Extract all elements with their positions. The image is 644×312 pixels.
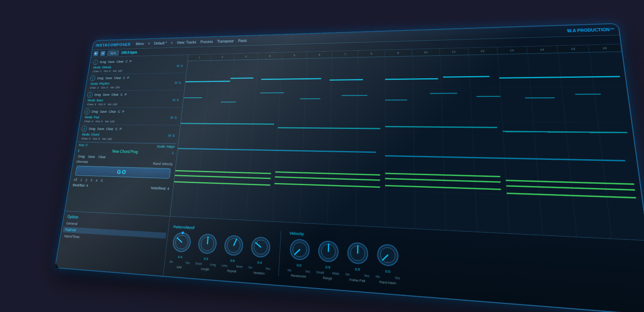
velocity-knobs: 0.0 No Yes Randomize: [287, 237, 400, 285]
pattern-label: Pattern/Motif: [173, 225, 195, 230]
save-btn-5[interactable]: Save: [97, 127, 104, 131]
mute-btn-4[interactable]: M: [170, 116, 173, 119]
paste-btn-5[interactable]: P: [119, 127, 122, 131]
paste-btn-2[interactable]: P: [127, 76, 129, 79]
midi-note: [525, 97, 555, 98]
range-knob[interactable]: [316, 239, 340, 264]
all-label[interactable]: All: [73, 178, 77, 181]
clear-btn-2[interactable]: Clear: [114, 76, 121, 80]
l-button[interactable]: L: [172, 151, 174, 154]
randomize-knob[interactable]: [288, 237, 311, 262]
add-label: Add: [176, 265, 181, 269]
solo-btn-5[interactable]: S: [172, 134, 175, 137]
stop-button[interactable]: ■: [100, 51, 106, 55]
save-btn-3[interactable]: Save: [102, 93, 110, 96]
mute-btn-1[interactable]: M: [176, 64, 179, 68]
chord-drag-btn[interactable]: Drag: [78, 154, 85, 158]
paste-btn-3[interactable]: P: [124, 93, 127, 96]
solo-btn-2[interactable]: S: [178, 81, 181, 85]
menu-arrow-left[interactable]: <: [148, 42, 150, 45]
length-knob[interactable]: [196, 232, 218, 256]
solo-btn-1[interactable]: S: [180, 64, 183, 68]
track-sel-2[interactable]: 2: [85, 178, 87, 182]
follow-patt-label: Follow Patt: [349, 278, 365, 282]
view-tracks[interactable]: View: Tracks: [176, 40, 196, 45]
mute-btn-5[interactable]: M: [168, 134, 171, 137]
randomize-yes: Yes: [305, 270, 310, 273]
key-label[interactable]: Key: C: [78, 143, 88, 147]
randomize-knob-group: 0.0 No Yes Randomize: [287, 237, 311, 278]
track-mode-2: Mode: Rhythm: [90, 82, 110, 86]
save-btn-1[interactable]: Save: [108, 60, 115, 63]
follow-patt-knob[interactable]: [345, 240, 369, 266]
track-sel-4[interactable]: 4: [95, 178, 98, 182]
drag-btn-3[interactable]: Drag: [94, 93, 101, 96]
drag-btn-1[interactable]: Drag: [99, 60, 106, 64]
add-knob[interactable]: [170, 230, 193, 254]
track-params-4: Chan: 4 Oct: 0 Vel: 100: [82, 119, 178, 124]
chord-clear-btn[interactable]: Clear: [98, 155, 106, 159]
add-knob-svg: [170, 230, 193, 254]
sync-button[interactable]: Sync: [107, 50, 119, 55]
save-btn-2[interactable]: Save: [105, 76, 112, 79]
variation-yes: Yes: [265, 267, 270, 270]
menu-arrow-right[interactable]: >: [170, 41, 173, 45]
go-button[interactable]: GO: [75, 166, 170, 178]
variation-knob[interactable]: [249, 235, 272, 260]
range-knob-value: 0.5: [325, 265, 330, 270]
save-btn-4[interactable]: Save: [100, 110, 107, 114]
note-beat[interactable]: Note/Beat: 4: [151, 186, 169, 191]
track-mode-1: Mode: Melody: [93, 65, 111, 69]
copy-btn-1[interactable]: C: [125, 60, 128, 63]
mute-btn-2[interactable]: M: [174, 81, 177, 85]
panic-btn[interactable]: Panic: [238, 39, 247, 43]
grid-line-7: [355, 57, 358, 225]
preset-name[interactable]: Default *: [153, 41, 167, 45]
clear-btn-1[interactable]: Clear: [116, 60, 123, 63]
copy-btn-3[interactable]: C: [120, 93, 123, 96]
track-params-3: Chan: 3 Oct: 0 Vel: 100: [85, 102, 180, 106]
clear-btn-3[interactable]: Clear: [111, 93, 118, 97]
roll-content[interactable]: [170, 52, 644, 240]
track-sel-5[interactable]: 5: [100, 179, 103, 183]
track-sel-1[interactable]: 1: [80, 178, 82, 182]
repeat-less: Less: [221, 264, 227, 267]
variation-no: No: [248, 266, 252, 269]
rand-harm-knob[interactable]: [375, 242, 400, 268]
bar-8: 8: [358, 50, 385, 57]
f-button[interactable]: F: [77, 149, 80, 153]
drag-btn-2[interactable]: Drag: [97, 77, 104, 80]
solo-btn-3[interactable]: S: [176, 98, 179, 102]
brand-logo: W.A PRODUCTION™: [567, 27, 615, 33]
grid-line-12: [497, 54, 509, 233]
transpose-btn[interactable]: Transpose: [217, 39, 234, 43]
beat-bar[interactable]: Beat/Bar: 4: [72, 183, 88, 188]
chord-save-btn[interactable]: Save: [88, 155, 95, 158]
copy-btn-4[interactable]: C: [118, 110, 121, 114]
drag-btn-4[interactable]: Drag: [91, 110, 98, 114]
solo-btn-4[interactable]: S: [174, 116, 177, 119]
track-params-2: Chan: 2 Oct: 0 Vel: 100: [88, 85, 182, 89]
copy-btn-5[interactable]: C: [115, 127, 118, 131]
play-button[interactable]: ▶: [93, 51, 99, 56]
menu-item-menu[interactable]: Menu: [136, 42, 144, 46]
scale-label[interactable]: Scale: Major: [156, 144, 175, 149]
paste-btn-1[interactable]: P: [129, 59, 132, 63]
new-chord-button[interactable]: New Chord Prog: [112, 149, 138, 154]
track-row-2: 2 Drag Save Clear C P Mode: Rhythm M S: [86, 73, 185, 91]
midi-note: [499, 77, 558, 79]
clear-btn-5[interactable]: Clear: [106, 127, 114, 131]
paste-btn-4[interactable]: P: [122, 110, 124, 114]
repeat-knob[interactable]: [222, 233, 245, 258]
midi-note: [230, 77, 254, 79]
track-sel-3[interactable]: 3: [90, 178, 93, 182]
divider-1: [278, 231, 281, 276]
copy-btn-2[interactable]: C: [123, 76, 125, 79]
mute-btn-3[interactable]: M: [172, 98, 175, 102]
lane-divider-2: [181, 120, 631, 123]
clear-btn-4[interactable]: Clear: [109, 110, 116, 114]
length-no-yes: Short Long: [195, 262, 216, 266]
drag-btn-5[interactable]: Drag: [89, 127, 96, 131]
process-btn[interactable]: Process: [200, 40, 213, 44]
grid-line-5: [299, 59, 307, 223]
